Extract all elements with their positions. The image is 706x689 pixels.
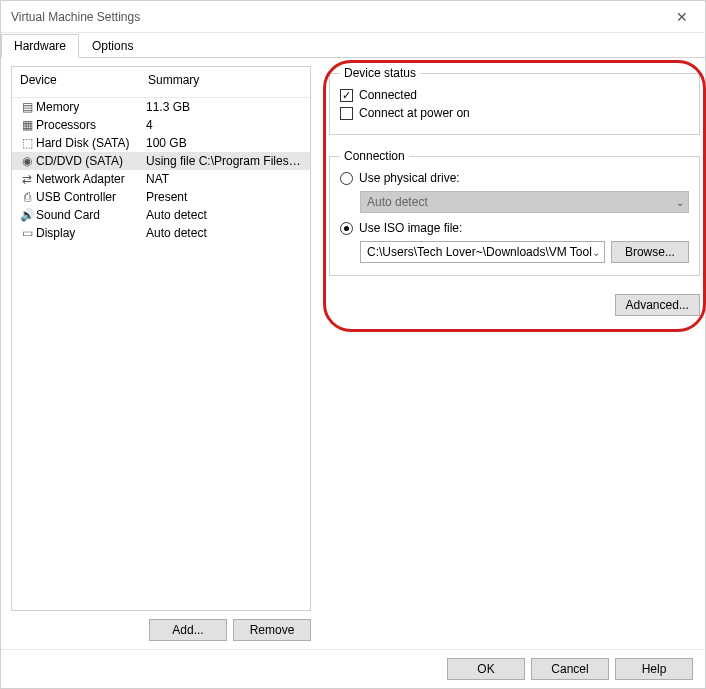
device-label: Display: [36, 226, 146, 240]
device-label: Network Adapter: [36, 172, 146, 186]
device-row[interactable]: ▦Processors4: [12, 116, 310, 134]
device-label: Hard Disk (SATA): [36, 136, 146, 150]
device-row[interactable]: ▤Memory11.3 GB: [12, 98, 310, 116]
device-summary: Auto detect: [146, 208, 304, 222]
physical-drive-value: Auto detect: [367, 195, 676, 209]
device-label: Processors: [36, 118, 146, 132]
ok-button[interactable]: OK: [447, 658, 525, 680]
device-row[interactable]: ▭DisplayAuto detect: [12, 224, 310, 242]
device-summary: 11.3 GB: [146, 100, 304, 114]
remove-button[interactable]: Remove: [233, 619, 311, 641]
add-button[interactable]: Add...: [149, 619, 227, 641]
device-row[interactable]: ⇄Network AdapterNAT: [12, 170, 310, 188]
device-label: CD/DVD (SATA): [36, 154, 146, 168]
iso-radio[interactable]: [340, 222, 353, 235]
device-status-legend: Device status: [340, 66, 420, 80]
iso-path-combo[interactable]: C:\Users\Tech Lover~\Downloads\VM Tool ⌄: [360, 241, 605, 263]
col-summary: Summary: [148, 73, 302, 87]
device-list-header: Device Summary: [12, 67, 310, 98]
settings-window: Virtual Machine Settings ✕ Hardware Opti…: [0, 0, 706, 689]
tab-hardware[interactable]: Hardware: [1, 34, 79, 58]
device-summary: 100 GB: [146, 136, 304, 150]
device-row[interactable]: 🔊Sound CardAuto detect: [12, 206, 310, 224]
device-label: USB Controller: [36, 190, 146, 204]
device-list: Device Summary ▤Memory11.3 GB▦Processors…: [11, 66, 311, 611]
device-label: Sound Card: [36, 208, 146, 222]
cancel-button[interactable]: Cancel: [531, 658, 609, 680]
tab-options[interactable]: Options: [79, 34, 146, 58]
connected-checkbox[interactable]: [340, 89, 353, 102]
connection-group: Connection Use physical drive: Auto dete…: [329, 149, 700, 276]
tab-strip: Hardware Options: [1, 33, 705, 58]
sound-icon: 🔊: [18, 208, 36, 222]
physical-drive-radio[interactable]: [340, 172, 353, 185]
device-summary: Present: [146, 190, 304, 204]
connected-row[interactable]: Connected: [340, 86, 689, 104]
memory-icon: ▤: [18, 100, 36, 114]
device-summary: Using file C:\Program Files (x...: [146, 154, 304, 168]
disc-icon: ◉: [18, 154, 36, 168]
close-icon[interactable]: ✕: [659, 1, 705, 32]
chevron-down-icon[interactable]: ⌄: [592, 247, 600, 258]
physical-drive-label: Use physical drive:: [359, 171, 460, 185]
physical-drive-row[interactable]: Use physical drive:: [340, 169, 689, 187]
display-icon: ▭: [18, 226, 36, 240]
help-button[interactable]: Help: [615, 658, 693, 680]
iso-label: Use ISO image file:: [359, 221, 462, 235]
chevron-down-icon: ⌄: [676, 197, 684, 208]
cpu-icon: ▦: [18, 118, 36, 132]
advanced-button[interactable]: Advanced...: [615, 294, 700, 316]
device-status-group: Device status Connected Connect at power…: [329, 66, 700, 135]
titlebar: Virtual Machine Settings ✕: [1, 1, 705, 33]
device-details-panel: Device status Connected Connect at power…: [329, 66, 700, 641]
power-on-checkbox[interactable]: [340, 107, 353, 120]
device-summary: NAT: [146, 172, 304, 186]
device-label: Memory: [36, 100, 146, 114]
device-row[interactable]: ⎙USB ControllerPresent: [12, 188, 310, 206]
iso-row[interactable]: Use ISO image file:: [340, 219, 689, 237]
device-summary: 4: [146, 118, 304, 132]
dialog-buttons: OK Cancel Help: [1, 649, 705, 688]
col-device: Device: [20, 73, 148, 87]
device-panel: Device Summary ▤Memory11.3 GB▦Processors…: [11, 66, 311, 641]
window-title: Virtual Machine Settings: [11, 10, 659, 24]
connected-label: Connected: [359, 88, 417, 102]
usb-icon: ⎙: [18, 190, 36, 204]
power-on-row[interactable]: Connect at power on: [340, 104, 689, 122]
network-icon: ⇄: [18, 172, 36, 186]
physical-drive-combo: Auto detect ⌄: [360, 191, 689, 213]
connection-legend: Connection: [340, 149, 409, 163]
device-row[interactable]: ⬚Hard Disk (SATA)100 GB: [12, 134, 310, 152]
device-summary: Auto detect: [146, 226, 304, 240]
device-row[interactable]: ◉CD/DVD (SATA)Using file C:\Program File…: [12, 152, 310, 170]
content-area: Device Summary ▤Memory11.3 GB▦Processors…: [1, 58, 705, 649]
disk-icon: ⬚: [18, 136, 36, 150]
browse-button[interactable]: Browse...: [611, 241, 689, 263]
device-rows: ▤Memory11.3 GB▦Processors4⬚Hard Disk (SA…: [12, 98, 310, 610]
iso-path-value: C:\Users\Tech Lover~\Downloads\VM Tool: [367, 245, 592, 259]
power-on-label: Connect at power on: [359, 106, 470, 120]
